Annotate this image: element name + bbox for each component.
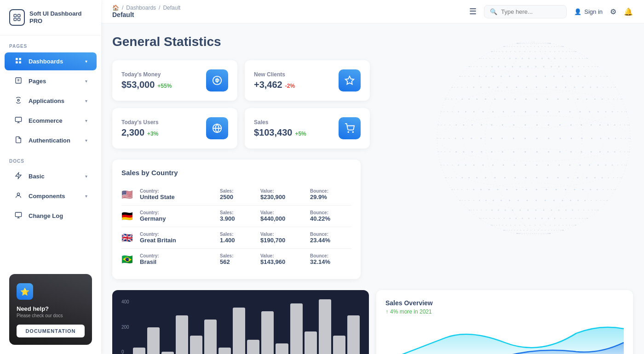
sidebar-item-authentication[interactable]: Authentication ▾ (5, 131, 97, 149)
sidebar-item-basic[interactable]: Basic ▾ (5, 167, 97, 185)
settings-icon[interactable]: ⚙ (610, 7, 616, 16)
breadcrumb-dashboards[interactable]: Dashboards (126, 5, 156, 11)
bar-4 (190, 336, 202, 354)
search-box[interactable]: 🔍 (484, 5, 567, 18)
sign-in-button[interactable]: 👤 Sign in (574, 8, 603, 15)
authentication-label: Authentication (29, 137, 70, 144)
bar-11 (290, 303, 303, 354)
bounce-info-br: Bounce: 32.14% (310, 253, 351, 265)
country-info-br: Country: Brasil (140, 253, 216, 265)
changelog-label: Change Log (29, 212, 63, 219)
stat-card-users: Today's Users 2,300 +3% (112, 108, 237, 148)
value-info-us: Value: $230,900 (260, 188, 306, 200)
sales-overview-subtitle: ↑ 4% more in 2021 (385, 308, 624, 315)
stat-card-clients: New Clients +3,462 -2% (245, 60, 370, 101)
sidebar-item-pages[interactable]: Pages ▾ (5, 72, 97, 90)
bar-8 (247, 340, 259, 354)
dashboards-label: Dashboards (29, 58, 63, 65)
stat-icon-users (206, 117, 228, 139)
breadcrumb-sep2: / (159, 5, 160, 11)
page-title: General Statistics (112, 34, 633, 49)
svg-rect-12 (15, 117, 21, 121)
svg-rect-2 (14, 18, 16, 21)
docs-section-label: DOCS (0, 150, 101, 166)
bar-3 (176, 315, 188, 354)
bar-2 (161, 352, 174, 354)
sidebar-help: ⭐ Need help? Please check our docs DOCUM… (0, 265, 101, 354)
help-card-icon: ⭐ (17, 283, 33, 300)
bar-14 (333, 336, 345, 354)
sidebar: Soft UI Dashboard PRO PAGES Dashboards ▾… (0, 0, 101, 354)
line-chart-area: 500 400 (385, 320, 624, 354)
y-label-400: 400 (121, 299, 129, 304)
bar-6 (218, 348, 231, 354)
bar-12 (305, 331, 317, 354)
svg-point-641 (352, 131, 353, 132)
stat-label-money: Today's Money (121, 71, 172, 78)
y-label-200: 200 (121, 325, 129, 330)
notification-icon[interactable]: 🔔 (624, 7, 633, 16)
sidebar-item-dashboards[interactable]: Dashboards ▾ (5, 52, 97, 70)
flag-us: 🇺🇸 (121, 189, 136, 200)
user-icon: 👤 (574, 8, 581, 15)
sales-info-us: Sales: 2500 (220, 188, 257, 200)
sidebar-item-components[interactable]: Components ▾ (5, 187, 97, 205)
main-area: 🏠 / Dashboards / Default Default ☰ 🔍 👤 S… (101, 0, 644, 354)
pages-section-label: PAGES (0, 35, 101, 51)
stat-label-clients: New Clients (254, 71, 295, 78)
stat-value-sales: $103,430 (254, 127, 292, 138)
value-value-us: $230,900 (260, 194, 306, 200)
stat-value-users: 2,300 (121, 127, 144, 138)
hamburger-icon[interactable]: ☰ (469, 6, 477, 17)
breadcrumb-area: 🏠 / Dashboards / Default Default (112, 5, 180, 18)
page-title-header: Default (112, 11, 180, 18)
documentation-button[interactable]: DOCUMENTATION (17, 325, 85, 337)
sales-info-br: Sales: 562 (220, 253, 257, 265)
bottom-charts: 400 200 0 Sales Overview ↑ 4% more in 20… (112, 290, 633, 354)
bounce-label-us: Bounce: (310, 188, 351, 194)
dashboards-chevron: ▾ (85, 59, 87, 64)
breadcrumb-default: Default (163, 5, 180, 11)
stat-card-info: New Clients +3,462 -2% (254, 71, 295, 90)
value-label-us: Value: (260, 188, 306, 194)
country-row-br: 🇧🇷 Country: Brasil Sales: 562 Value: $14… (121, 249, 351, 270)
stat-icon-clients (339, 69, 361, 91)
bar-chart-card: 400 200 0 (112, 290, 369, 354)
search-input[interactable] (501, 8, 561, 15)
stat-icon-sales (339, 117, 361, 139)
bounce-info-gb: Bounce: 23.44% (310, 232, 351, 244)
svg-point-11 (17, 99, 19, 101)
svg-rect-4 (16, 58, 18, 60)
bounce-value-us: 29.9% (310, 194, 351, 200)
applications-chevron: ▾ (85, 98, 87, 103)
value-info-de: Value: $440,000 (260, 210, 306, 222)
stat-value-money: $53,000 (121, 80, 155, 90)
sidebar-item-changelog[interactable]: Change Log (5, 207, 97, 225)
sales-info-de: Sales: 3.900 (220, 210, 257, 222)
home-icon[interactable]: 🏠 (112, 5, 119, 11)
bar-10 (276, 343, 288, 354)
country-row-us: 🇺🇸 Country: United State Sales: 2500 Val… (121, 184, 351, 206)
svg-rect-6 (16, 61, 18, 63)
country-info-us: Country: United State (140, 188, 216, 200)
sidebar-item-applications[interactable]: Applications ▾ (5, 92, 97, 110)
sales-info-gb: Sales: 1.400 (220, 232, 257, 244)
sidebar-item-ecommerce[interactable]: Ecommerce ▾ (5, 112, 97, 130)
sidebar-item-left: Applications (14, 97, 64, 105)
sidebar-item-left: Ecommerce (14, 116, 63, 125)
svg-rect-17 (15, 212, 21, 217)
svg-rect-1 (17, 14, 20, 17)
bounce-info-us: Bounce: 29.9% (310, 188, 351, 200)
stat-card-sales: Sales $103,430 +5% (245, 108, 370, 148)
search-icon: 🔍 (490, 8, 497, 15)
basic-icon (14, 172, 23, 181)
pages-chevron: ▾ (85, 79, 87, 84)
basic-label: Basic (29, 173, 45, 180)
bar-13 (319, 299, 331, 354)
stat-change-clients: -2% (285, 83, 295, 89)
content-inner: General Statistics Today's Money $53,000… (112, 34, 633, 354)
sales-overview-card: Sales Overview ↑ 4% more in 2021 (376, 290, 633, 354)
pages-icon (14, 77, 23, 86)
header: 🏠 / Dashboards / Default Default ☰ 🔍 👤 S… (101, 0, 644, 23)
stat-change-money: +55% (157, 83, 172, 89)
